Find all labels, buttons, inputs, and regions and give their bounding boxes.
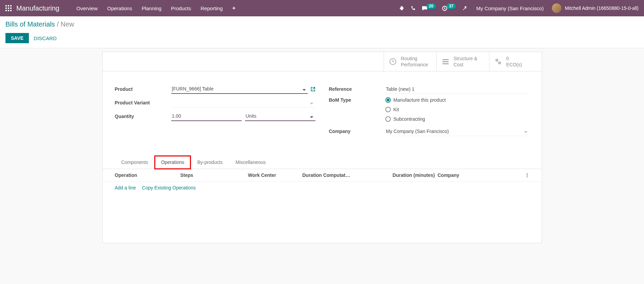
label-quantity: Quantity bbox=[115, 114, 171, 119]
svg-rect-1 bbox=[8, 5, 9, 6]
breadcrumb-root[interactable]: Bills of Materials bbox=[5, 20, 55, 28]
form-sheet: Routing Performance Structure & Cost 0 bbox=[102, 52, 542, 243]
th-operation[interactable]: Operation bbox=[115, 172, 180, 178]
save-button[interactable]: SAVE bbox=[5, 33, 29, 43]
menu-operations[interactable]: Operations bbox=[102, 5, 137, 11]
th-duration-minutes[interactable]: Duration (minutes) bbox=[386, 172, 435, 178]
svg-rect-4 bbox=[8, 7, 9, 9]
radio-icon bbox=[385, 116, 391, 122]
th-steps[interactable]: Steps bbox=[180, 172, 248, 178]
top-nav: Manufacturing Overview Operations Planni… bbox=[0, 0, 644, 16]
user-name: Mitchell Admin (16650880-15-0-all) bbox=[565, 5, 639, 11]
add-line-link[interactable]: Add a line bbox=[115, 185, 136, 190]
kebab-icon[interactable]: ⋮ bbox=[523, 172, 529, 178]
phone-icon[interactable] bbox=[411, 6, 416, 11]
breadcrumb-sep: / bbox=[57, 20, 60, 28]
stat-structure-cost[interactable]: Structure & Cost bbox=[436, 52, 489, 71]
user-menu[interactable]: Mitchell Admin (16650880-15-0-all) bbox=[552, 3, 639, 13]
product-input[interactable] bbox=[171, 84, 308, 94]
messaging-badge: 20 bbox=[427, 3, 436, 9]
app-title[interactable]: Manufacturing bbox=[16, 4, 59, 12]
radio-subcontracting-label: Subcontracting bbox=[394, 116, 425, 122]
quantity-unit-input[interactable] bbox=[245, 112, 315, 121]
tab-operations[interactable]: Operations bbox=[155, 156, 191, 169]
activity-icon[interactable]: 37 bbox=[442, 5, 456, 11]
svg-rect-7 bbox=[8, 10, 9, 11]
variant-input[interactable] bbox=[171, 98, 315, 107]
tab-row: Components Operations By-products Miscel… bbox=[103, 156, 542, 169]
menu-planning[interactable]: Planning bbox=[137, 5, 166, 11]
table-header: Operation Steps Work Center Duration Com… bbox=[103, 169, 542, 182]
stat-eco[interactable]: 0 ECO(s) bbox=[489, 52, 542, 71]
debug-icon[interactable] bbox=[399, 5, 404, 11]
radio-icon bbox=[385, 97, 391, 103]
svg-rect-2 bbox=[10, 5, 12, 6]
avatar bbox=[552, 3, 561, 13]
tools-icon[interactable] bbox=[462, 5, 467, 11]
stat-eco-count: 0 bbox=[506, 55, 522, 62]
label-bom-type: BoM Type bbox=[329, 97, 385, 103]
breadcrumb-current: New bbox=[60, 20, 74, 28]
svg-rect-13 bbox=[442, 63, 449, 64]
label-product: Product bbox=[115, 86, 171, 92]
tab-components[interactable]: Components bbox=[115, 156, 155, 169]
svg-rect-0 bbox=[5, 5, 7, 6]
menu-add-icon[interactable]: + bbox=[227, 5, 240, 12]
radio-manufacture[interactable]: Manufacture this product bbox=[385, 97, 529, 103]
stat-structure-line2: Cost bbox=[454, 62, 477, 68]
tab-miscellaneous[interactable]: Miscellaneous bbox=[229, 156, 272, 169]
svg-rect-12 bbox=[442, 61, 449, 62]
discard-button[interactable]: DISCARD bbox=[34, 35, 57, 41]
svg-rect-11 bbox=[442, 59, 449, 60]
svg-point-17 bbox=[499, 63, 500, 64]
sub-header: Bills of Materials / New SAVE DISCARD bbox=[0, 16, 644, 48]
tab-byproducts[interactable]: By-products bbox=[191, 156, 229, 169]
stat-routing-line1: Routing bbox=[401, 55, 428, 62]
activity-badge: 37 bbox=[447, 3, 456, 9]
svg-point-15 bbox=[496, 60, 497, 61]
th-company[interactable]: Company bbox=[435, 172, 523, 178]
th-duration-computation[interactable]: Duration Computat… bbox=[302, 172, 386, 178]
status-icons: 20 37 My Company (San Francisco) Mitchel… bbox=[399, 3, 639, 13]
copy-operations-link[interactable]: Copy Existing Operations bbox=[142, 185, 196, 190]
menu-reporting[interactable]: Reporting bbox=[196, 5, 227, 11]
svg-rect-6 bbox=[5, 10, 7, 11]
reference-value[interactable]: Table (new) 1 bbox=[385, 85, 529, 94]
radio-kit-label: Kit bbox=[394, 107, 399, 112]
radio-icon bbox=[385, 107, 391, 112]
quantity-input[interactable] bbox=[171, 112, 242, 121]
company-input[interactable] bbox=[385, 127, 529, 136]
svg-rect-3 bbox=[5, 7, 7, 9]
radio-manufacture-label: Manufacture this product bbox=[394, 97, 446, 103]
label-variant: Product Variant bbox=[115, 100, 171, 105]
label-reference: Reference bbox=[329, 86, 385, 92]
messaging-icon[interactable]: 20 bbox=[422, 5, 436, 11]
stat-routing-performance[interactable]: Routing Performance bbox=[384, 52, 436, 71]
external-link-icon[interactable] bbox=[311, 87, 315, 91]
stat-routing-line2: Performance bbox=[401, 62, 428, 68]
gears-icon bbox=[494, 57, 502, 66]
label-company: Company bbox=[329, 129, 385, 134]
stat-buttons: Routing Performance Structure & Cost 0 bbox=[103, 52, 542, 71]
apps-icon[interactable] bbox=[5, 5, 12, 11]
breadcrumb: Bills of Materials / New bbox=[5, 20, 639, 28]
stat-structure-line1: Structure & bbox=[454, 55, 477, 62]
radio-subcontracting[interactable]: Subcontracting bbox=[385, 116, 529, 122]
menu-products[interactable]: Products bbox=[166, 5, 196, 11]
company-selector[interactable]: My Company (San Francisco) bbox=[476, 5, 543, 11]
th-work-center[interactable]: Work Center bbox=[248, 172, 302, 178]
stat-eco-label: ECO(s) bbox=[506, 62, 522, 68]
svg-rect-5 bbox=[10, 7, 12, 9]
radio-kit[interactable]: Kit bbox=[385, 107, 529, 112]
list-icon bbox=[441, 57, 450, 66]
svg-rect-8 bbox=[10, 10, 12, 11]
clock-icon bbox=[389, 57, 397, 66]
menu-overview[interactable]: Overview bbox=[72, 5, 103, 11]
